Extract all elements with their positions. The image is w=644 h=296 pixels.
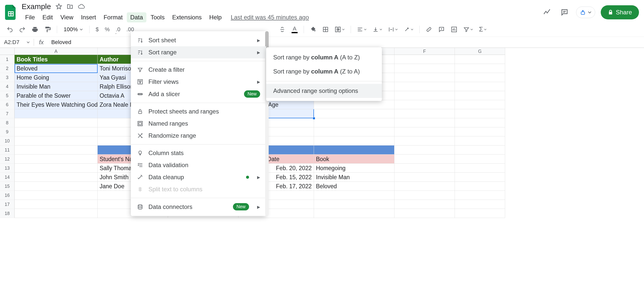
- zoom-select[interactable]: 100%: [62, 26, 85, 33]
- insert-comment-button[interactable]: [437, 25, 446, 34]
- cell[interactable]: Book Titles: [15, 55, 98, 64]
- text-wrap-button[interactable]: [387, 25, 399, 34]
- functions-button[interactable]: Σ: [477, 24, 488, 35]
- text-color-button[interactable]: A: [290, 24, 299, 35]
- sheets-logo[interactable]: [5, 4, 17, 20]
- activity-icon[interactable]: [541, 6, 553, 18]
- menu-item-sort-range[interactable]: Sort range ▸: [131, 46, 266, 58]
- cell[interactable]: [314, 100, 394, 109]
- row-header[interactable]: 14: [0, 173, 15, 182]
- col-header-a[interactable]: A: [15, 48, 98, 55]
- cell[interactable]: Their Eyes Were Watching God: [15, 100, 98, 109]
- cell[interactable]: Homegoing: [314, 164, 394, 173]
- row-header[interactable]: 6: [0, 100, 15, 109]
- col-header-g[interactable]: G: [455, 48, 505, 55]
- cloud-status-icon[interactable]: [78, 4, 85, 9]
- row-header[interactable]: 3: [0, 73, 15, 82]
- menu-format[interactable]: Format: [100, 12, 126, 22]
- horizontal-align-button[interactable]: [355, 25, 368, 34]
- cell[interactable]: [394, 100, 455, 109]
- comments-icon[interactable]: [558, 6, 571, 18]
- currency-button[interactable]: $: [94, 25, 100, 34]
- row-header[interactable]: 9: [0, 127, 15, 136]
- menu-edit[interactable]: Edit: [39, 12, 56, 22]
- select-all-corner[interactable]: [0, 48, 15, 55]
- merge-cells-button[interactable]: [333, 25, 346, 34]
- text-rotation-button[interactable]: [402, 25, 415, 34]
- menu-help[interactable]: Help: [206, 12, 225, 22]
- move-folder-icon[interactable]: [67, 3, 73, 10]
- menu-item-data-validation[interactable]: Data validation: [131, 159, 266, 171]
- col-header-f[interactable]: F: [394, 48, 455, 55]
- menu-item-add-slicer[interactable]: Add a slicer New: [131, 88, 266, 100]
- cell[interactable]: [455, 82, 505, 91]
- cell[interactable]: Beloved: [15, 64, 98, 73]
- menu-item-named-ranges[interactable]: Named ranges: [131, 118, 266, 130]
- menu-data[interactable]: Data: [127, 12, 147, 22]
- cell[interactable]: Invisible Man: [314, 173, 394, 182]
- menu-insert[interactable]: Insert: [77, 12, 100, 22]
- cell[interactable]: [394, 109, 455, 118]
- percent-button[interactable]: %: [103, 25, 111, 34]
- decrease-decimal-button[interactable]: .0←: [114, 25, 122, 34]
- row-header[interactable]: 5: [0, 91, 15, 100]
- menu-item-protect[interactable]: Protect sheets and ranges: [131, 105, 266, 118]
- star-icon[interactable]: [56, 3, 62, 10]
- cell[interactable]: Parable of the Sower: [15, 91, 98, 100]
- row-header[interactable]: 1: [0, 55, 15, 64]
- menu-item-sort-za[interactable]: Sort range by column A (Z to A): [266, 64, 382, 79]
- menu-item-advanced-sort[interactable]: Advanced range sorting options: [266, 84, 382, 98]
- last-edit-link[interactable]: Last edit was 45 minutes ago: [231, 12, 309, 22]
- cell[interactable]: [455, 109, 505, 118]
- menu-view[interactable]: View: [57, 12, 77, 22]
- share-button[interactable]: Share: [601, 5, 639, 19]
- menu-file[interactable]: File: [22, 12, 38, 22]
- cell[interactable]: [15, 109, 98, 118]
- borders-button[interactable]: [321, 25, 330, 34]
- cell[interactable]: [455, 73, 505, 82]
- row-header[interactable]: 10: [0, 136, 15, 145]
- menu-item-randomize[interactable]: Randomize range: [131, 130, 266, 142]
- menu-item-data-connectors[interactable]: Data connectors New ▸: [131, 201, 266, 213]
- row-header[interactable]: 12: [0, 155, 15, 164]
- undo-button[interactable]: [5, 25, 15, 34]
- row-header[interactable]: 18: [0, 209, 15, 218]
- cell[interactable]: [394, 82, 455, 91]
- vertical-align-button[interactable]: [371, 25, 384, 34]
- cell[interactable]: [394, 55, 455, 64]
- quick-share-button[interactable]: [576, 7, 595, 18]
- cell[interactable]: [394, 64, 455, 73]
- strikethrough-button[interactable]: [277, 25, 287, 34]
- row-header[interactable]: 2: [0, 64, 15, 73]
- paint-format-button[interactable]: [43, 25, 52, 34]
- menu-item-create-filter[interactable]: Create a filter: [131, 64, 266, 76]
- menu-item-sort-sheet[interactable]: Sort sheet ▸: [131, 34, 266, 46]
- menu-tools[interactable]: Tools: [147, 12, 168, 22]
- row-header[interactable]: 13: [0, 164, 15, 173]
- cell[interactable]: Home Going: [15, 73, 98, 82]
- insert-chart-button[interactable]: [449, 25, 459, 34]
- selection-handle[interactable]: [313, 117, 315, 120]
- row-header[interactable]: 15: [0, 182, 15, 191]
- cell[interactable]: [394, 91, 455, 100]
- row-header[interactable]: 8: [0, 118, 15, 127]
- menu-item-filter-views[interactable]: Filter views ▸: [131, 76, 266, 88]
- filter-button[interactable]: [462, 25, 474, 34]
- cell[interactable]: [314, 109, 394, 118]
- cell[interactable]: Book: [314, 155, 394, 164]
- menu-extensions[interactable]: Extensions: [169, 12, 205, 22]
- formula-bar[interactable]: Beloved: [49, 39, 71, 46]
- cell[interactable]: [455, 100, 505, 109]
- menu-item-column-stats[interactable]: Column stats: [131, 147, 266, 159]
- menu-item-data-cleanup[interactable]: Data cleanup ▸: [131, 171, 266, 183]
- row-header[interactable]: 16: [0, 191, 15, 200]
- name-box[interactable]: A2:D7: [0, 39, 34, 46]
- row-header[interactable]: 17: [0, 200, 15, 209]
- cell[interactable]: [394, 73, 455, 82]
- insert-link-button[interactable]: [424, 25, 434, 34]
- cell[interactable]: Beloved: [314, 182, 394, 191]
- redo-button[interactable]: [18, 25, 27, 34]
- fill-color-button[interactable]: [308, 25, 318, 34]
- row-header[interactable]: 7: [0, 109, 15, 118]
- cell[interactable]: Invisible Man: [15, 82, 98, 91]
